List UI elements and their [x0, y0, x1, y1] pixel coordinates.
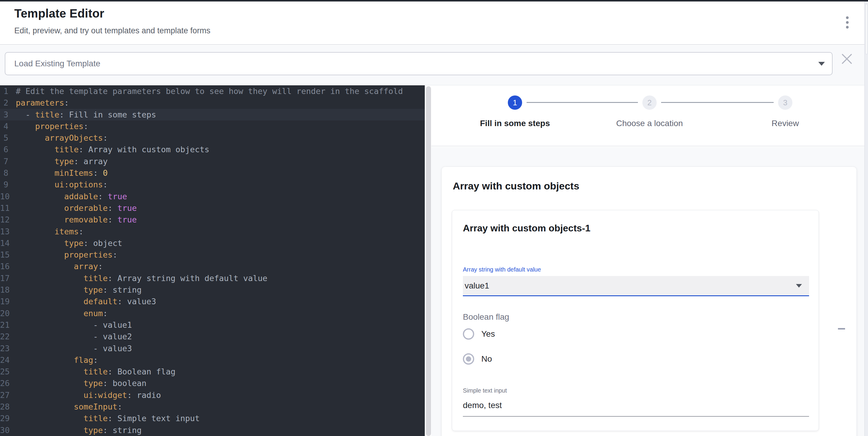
code-line-19[interactable]: 19 default: value3 [0, 296, 425, 307]
line-number: 30 [0, 425, 8, 436]
stepper: 1 2 3 Fill in some steps Choose a locati… [431, 86, 864, 146]
radio-checked-icon[interactable] [463, 353, 474, 365]
kebab-menu-icon [846, 16, 849, 19]
line-number: 15 [0, 249, 8, 261]
enum-select-field[interactable]: value1 [463, 276, 809, 296]
line-number: 16 [0, 261, 8, 272]
code-line-28[interactable]: 28 someInput: [0, 401, 425, 412]
code-line-7[interactable]: 7 type: array [0, 156, 425, 167]
radio-yes-label: Yes [481, 329, 495, 339]
line-number: 19 [0, 296, 8, 307]
editor-scrollbar[interactable] [425, 86, 431, 436]
page-scrollbar[interactable] [864, 1, 868, 436]
code-line-26[interactable]: 26 type: boolean [0, 377, 425, 389]
simple-text-input[interactable]: demo, test [463, 399, 809, 417]
boolean-field-label: Boolean flag [463, 312, 509, 322]
step-2-circle[interactable]: 2 [642, 96, 657, 110]
line-number: 9 [0, 179, 8, 190]
chevron-down-icon [818, 62, 825, 66]
yaml-code-editor[interactable]: 1# Edit the template parameters below to… [0, 86, 425, 436]
form-preview-area: Array with custom objects Array with cus… [431, 147, 864, 436]
line-number: 21 [0, 319, 8, 331]
code-line-17[interactable]: 17 title: Array string with default valu… [0, 272, 425, 284]
code-line-22[interactable]: 22 - value2 [0, 331, 425, 342]
page-scrollbar-thumb[interactable] [865, 4, 868, 55]
text-field-label: Simple text input [463, 387, 507, 394]
step-3-circle[interactable]: 3 [778, 96, 793, 110]
code-line-25[interactable]: 25 title: Boolean flag [0, 366, 425, 377]
code-line-12[interactable]: 12 removable: true [0, 214, 425, 226]
code-line-15[interactable]: 15 properties: [0, 249, 425, 261]
line-number: 11 [0, 202, 8, 214]
code-line-5[interactable]: 5 arrayObjects: [0, 132, 425, 144]
select-caret-icon [796, 284, 802, 288]
code-line-9[interactable]: 9 ui:options: [0, 179, 425, 190]
radio-option-no[interactable]: No [463, 353, 492, 365]
line-number: 7 [0, 156, 8, 167]
line-number: 29 [0, 412, 8, 424]
line-number: 20 [0, 307, 8, 319]
load-template-bar: Load Existing Template [0, 45, 868, 86]
array-section-card: Array with custom objects Array with cus… [441, 167, 857, 436]
line-number: 13 [0, 226, 8, 237]
page-title: Template Editor [14, 7, 104, 20]
editor-scrollbar-thumb[interactable] [426, 86, 431, 436]
line-number: 6 [0, 144, 8, 155]
line-number: 2 [0, 97, 8, 108]
clear-template-button[interactable] [839, 51, 855, 67]
preview-panel: 1 2 3 Fill in some steps Choose a locati… [431, 86, 864, 436]
code-line-23[interactable]: 23 - value3 [0, 343, 425, 354]
code-line-10[interactable]: 10 addable: true [0, 191, 425, 202]
line-number: 25 [0, 366, 8, 377]
line-number: 28 [0, 401, 8, 412]
line-number: 27 [0, 389, 8, 401]
code-line-6[interactable]: 6 title: Array with custom objects [0, 144, 425, 155]
load-existing-template-select[interactable]: Load Existing Template [5, 52, 833, 75]
code-line-29[interactable]: 29 title: Simple text input [0, 412, 425, 424]
code-line-1[interactable]: 1# Edit the template parameters below to… [0, 86, 425, 97]
code-line-3[interactable]: 3 - title: Fill in some steps [0, 109, 425, 121]
code-line-27[interactable]: 27 ui:widget: radio [0, 389, 425, 401]
step-3-label: Review [732, 119, 839, 128]
step-2-label: Choose a location [596, 119, 703, 128]
line-number: 5 [0, 132, 8, 144]
line-number: 24 [0, 354, 8, 366]
line-number: 10 [0, 191, 8, 202]
radio-no-label: No [481, 354, 492, 364]
line-number: 3 [0, 109, 8, 121]
more-options-button[interactable] [840, 15, 854, 29]
code-line-11[interactable]: 11 orderable: true [0, 202, 425, 214]
line-number: 12 [0, 214, 8, 226]
code-line-2[interactable]: 2parameters: [0, 97, 425, 108]
code-line-4[interactable]: 4 properties: [0, 121, 425, 132]
code-line-13[interactable]: 13 items: [0, 226, 425, 237]
code-line-14[interactable]: 14 type: object [0, 237, 425, 249]
page-header: Template Editor Edit, preview, and try o… [0, 1, 868, 45]
radio-unchecked-icon[interactable] [463, 328, 474, 340]
radio-option-yes[interactable]: Yes [463, 328, 495, 340]
code-line-21[interactable]: 21 - value1 [0, 319, 425, 331]
array-item-card: Array with custom objects-1 Array string… [452, 210, 819, 431]
minus-icon [838, 328, 845, 330]
code-line-16[interactable]: 16 array: [0, 261, 425, 272]
step-1-circle[interactable]: 1 [508, 96, 522, 110]
line-number: 17 [0, 272, 8, 284]
line-number: 14 [0, 237, 8, 249]
template-editor-screen: Template Editor Edit, preview, and try o… [0, 0, 868, 436]
remove-array-item-button[interactable] [834, 318, 849, 333]
load-template-placeholder: Load Existing Template [14, 59, 818, 68]
code-line-24[interactable]: 24 flag: [0, 354, 425, 366]
line-number: 1 [0, 86, 8, 97]
array-item-title: Array with custom objects-1 [463, 223, 591, 234]
array-section-title: Array with custom objects [453, 180, 579, 192]
line-number: 18 [0, 284, 8, 296]
code-line-20[interactable]: 20 enum: [0, 307, 425, 319]
code-line-30[interactable]: 30 type: string [0, 425, 425, 436]
page-subtitle: Edit, preview, and try out templates and… [14, 26, 211, 35]
enum-field-label: Array string with default value [463, 266, 541, 273]
code-line-18[interactable]: 18 type: string [0, 284, 425, 296]
step-connector [661, 102, 774, 103]
line-number: 4 [0, 121, 8, 132]
code-line-8[interactable]: 8 minItems: 0 [0, 167, 425, 179]
step-connector [527, 102, 638, 103]
